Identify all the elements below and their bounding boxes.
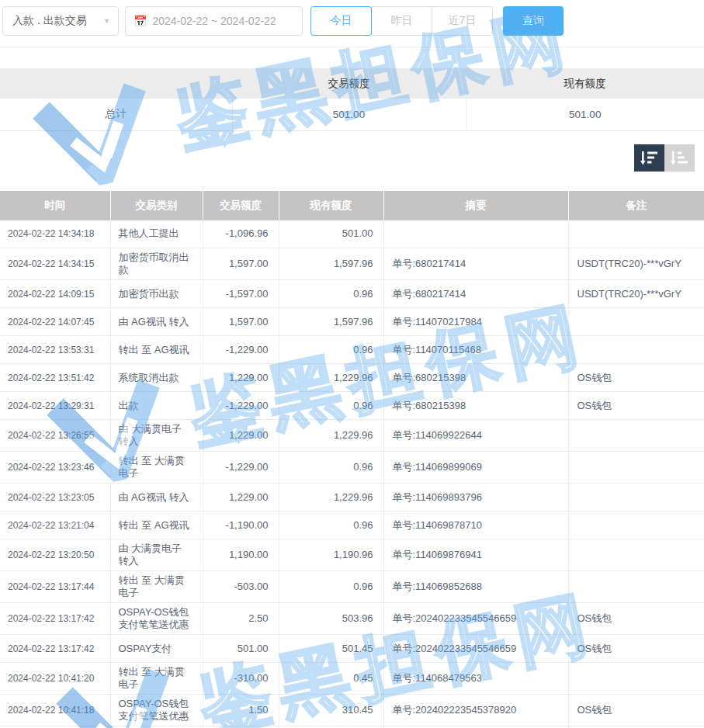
- table-cell: -1,229.00: [203, 392, 279, 420]
- table-row: 2024-02-22 13:21:04转出 至 AG视讯-1,190.000.9…: [0, 511, 704, 539]
- table-cell: [568, 420, 704, 452]
- summary-header-trade-amount: 交易额度: [232, 68, 466, 99]
- table-cell: 2.50: [203, 603, 279, 635]
- table-cell: 1,229.00: [203, 420, 279, 452]
- summary-header-row: 交易额度 现有额度: [0, 68, 704, 99]
- table-cell: [568, 336, 704, 364]
- date-range-input[interactable]: 📅 2024-02-22 ~ 2024-02-22: [125, 6, 303, 36]
- table-row: 2024-02-22 14:34:18其他人工提出-1,096.96501.00: [0, 220, 704, 248]
- table-cell: 1,597.00: [203, 248, 279, 280]
- table-cell: 0.96: [279, 511, 383, 539]
- table-row: 2024-02-22 13:17:44转出 至 大满贯电子-503.000.96…: [0, 571, 704, 603]
- table-row: 2024-02-22 13:51:42系统取消出款1,229.001,229.9…: [0, 364, 704, 392]
- table-row: 2024-02-22 10:41:20转出 至 大满贯电子-310.000.45…: [0, 663, 704, 695]
- table-cell: -503.00: [203, 571, 279, 603]
- table-cell: 单号:202402223545378920: [383, 695, 568, 726]
- table-cell: 单号:114068479563: [383, 663, 568, 695]
- table-cell: OS钱包: [568, 695, 704, 726]
- table-cell: OS钱包: [568, 364, 704, 392]
- table-row: 2024-02-22 14:07:45由 AG视讯 转入1,597.001,59…: [0, 308, 704, 336]
- table-cell: 转出 至 AG视讯: [110, 336, 203, 364]
- table-cell: 单号:114069899069: [383, 452, 568, 484]
- table-cell: [568, 484, 704, 511]
- date-range-value: 2024-02-22 ~ 2024-02-22: [152, 15, 276, 27]
- filter-bar: 入款 . 出款交易 ▼ 📅 2024-02-22 ~ 2024-02-22 今日…: [0, 0, 704, 37]
- table-cell: OSPAY支付: [110, 635, 203, 663]
- table-cell: -1,597.00: [203, 280, 279, 308]
- table-cell: 2024-02-22 14:34:15: [0, 248, 110, 280]
- sort-ascending-icon: [671, 150, 688, 166]
- summary-total-balance: 501.00: [466, 99, 704, 130]
- table-cell: 501.00: [279, 220, 383, 248]
- table-cell: 0.96: [279, 571, 383, 603]
- transactions-table: 时间交易类别交易额度现有额度摘要备注 2024-02-22 14:34:18其他…: [0, 191, 704, 728]
- sort-descending-button[interactable]: [634, 144, 664, 172]
- table-cell: -310.00: [203, 663, 279, 695]
- table-cell: [568, 539, 704, 571]
- table-cell: 503.96: [279, 603, 383, 635]
- table-cell: [568, 571, 704, 603]
- quick-range-button[interactable]: 昨日: [371, 6, 432, 36]
- table-cell: OS钱包: [568, 635, 704, 663]
- transaction-type-value: 入款 . 出款交易: [12, 14, 87, 28]
- summary-table: 交易额度 现有额度 总计 501.00 501.00: [0, 68, 704, 131]
- table-cell: 由 大满贯电子 转入: [110, 420, 203, 452]
- table-cell: 其他人工提出: [110, 220, 203, 248]
- column-header: 现有额度: [279, 191, 383, 220]
- table-cell: [568, 663, 704, 695]
- table-cell: [568, 452, 704, 484]
- table-cell: 单号:680217414: [383, 248, 568, 280]
- table-cell: 转出 至 大满贯电子: [110, 452, 203, 484]
- quick-range-button[interactable]: 今日: [310, 6, 372, 36]
- table-cell: 0.96: [279, 452, 383, 484]
- table-cell: 加密货币出款: [110, 280, 203, 308]
- table-cell: 2024-02-22 14:34:18: [0, 220, 110, 248]
- table-cell: USDT(TRC20)-***vGrY: [568, 280, 704, 308]
- table-cell: 由 AG视讯 转入: [110, 308, 203, 336]
- table-cell: 0.45: [279, 663, 383, 695]
- table-cell: 1,190.96: [279, 539, 383, 571]
- sort-controls: [0, 144, 704, 172]
- table-header-row: 时间交易类别交易额度现有额度摘要备注: [0, 191, 704, 220]
- table-cell: 0.96: [279, 336, 383, 364]
- table-cell: 2024-02-22 13:17:44: [0, 571, 110, 603]
- table-row: 2024-02-22 13:23:05由 AG视讯 转入1,229.001,22…: [0, 484, 704, 511]
- table-cell: 转出 至 AG视讯: [110, 511, 203, 539]
- table-cell: 2024-02-22 14:07:45: [0, 308, 110, 336]
- table-cell: 加密货币取消出款: [110, 248, 203, 280]
- transaction-type-select[interactable]: 入款 . 出款交易 ▼: [2, 6, 119, 36]
- table-cell: OSPAY-OS钱包支付笔笔送优惠: [110, 603, 203, 635]
- table-cell: 2024-02-22 13:20:50: [0, 539, 110, 571]
- table-cell: 系统取消出款: [110, 364, 203, 392]
- table-cell: 501.45: [279, 635, 383, 663]
- table-cell: 2024-02-22 13:17:42: [0, 603, 110, 635]
- table-cell: 2024-02-22 10:41:20: [0, 663, 110, 695]
- quick-range-button[interactable]: 近7日: [432, 6, 493, 36]
- calendar-icon: 📅: [134, 16, 147, 26]
- sort-ascending-button[interactable]: [664, 144, 695, 172]
- table-cell: 单号:114069876941: [383, 539, 568, 571]
- table-cell: OS钱包: [568, 603, 704, 635]
- table-cell: 由 AG视讯 转入: [110, 484, 203, 511]
- table-row: 2024-02-22 13:17:42OSPAY支付501.00501.45单号…: [0, 635, 704, 663]
- summary-header-empty: [0, 68, 232, 99]
- table-cell: 1,190.00: [203, 539, 279, 571]
- summary-total-row: 总计 501.00 501.00: [0, 99, 704, 130]
- table-cell: 2024-02-22 13:17:42: [0, 635, 110, 663]
- table-cell: 1,229.00: [203, 364, 279, 392]
- table-row: 2024-02-22 14:34:15加密货币取消出款1,597.001,597…: [0, 248, 704, 280]
- table-cell: 2024-02-22 13:53:31: [0, 336, 110, 364]
- table-cell: 1,229.96: [279, 420, 383, 452]
- table-cell: 单号:680215398: [383, 392, 568, 420]
- divider: [0, 47, 704, 47]
- table-cell: 1,597.96: [279, 248, 383, 280]
- table-cell: 2024-02-22 13:26:55: [0, 420, 110, 452]
- search-button[interactable]: 查询: [503, 6, 564, 36]
- sort-descending-icon: [640, 150, 658, 166]
- table-cell: 单号:114069878710: [383, 511, 568, 539]
- quick-range-group: 今日昨日近7日: [310, 6, 493, 36]
- table-cell: 单号:680215398: [383, 364, 568, 392]
- table-cell: 1,229.00: [203, 484, 279, 511]
- chevron-down-icon: ▼: [103, 17, 110, 25]
- table-row: 2024-02-22 10:41:18OSPAY-OS钱包支付笔笔送优惠1.50…: [0, 695, 704, 726]
